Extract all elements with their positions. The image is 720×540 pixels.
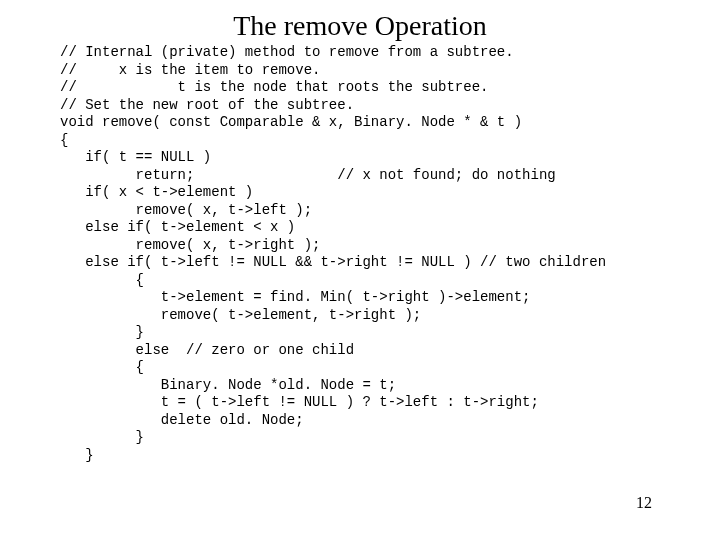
page-number: 12 bbox=[636, 494, 652, 512]
slide-title: The remove Operation bbox=[60, 10, 660, 42]
slide-container: The remove Operation // Internal (privat… bbox=[0, 0, 720, 540]
code-block: // Internal (private) method to remove f… bbox=[60, 44, 660, 464]
